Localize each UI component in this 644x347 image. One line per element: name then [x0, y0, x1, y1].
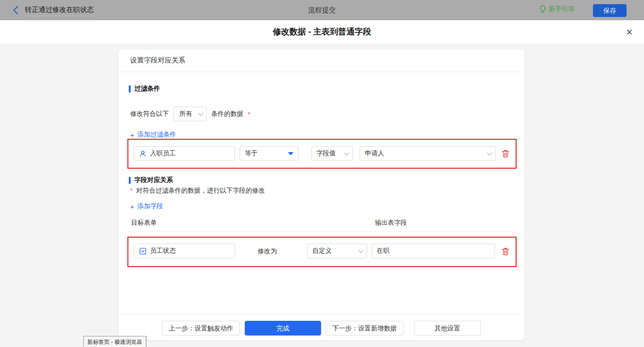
target-form-column-header: 目标表单: [131, 219, 157, 227]
trash-icon: [501, 247, 510, 256]
settings-card: 设置字段对应关系 过滤条件 修改符合以下 所有 条件的数据 * + 添加过滤条件: [119, 50, 524, 340]
divider: [119, 72, 524, 72]
close-icon[interactable]: ×: [623, 26, 636, 39]
mapping-section-title: 字段对应关系: [129, 176, 173, 184]
chevron-down-icon: [198, 111, 203, 116]
divider: [128, 231, 515, 232]
add-filter-condition-link[interactable]: + 添加过滤条件: [130, 131, 176, 139]
output-field-column-header: 输出表字段: [375, 219, 407, 227]
trash-icon: [501, 149, 510, 158]
target-field-input[interactable]: 员工状态: [134, 244, 235, 258]
value-type-select[interactable]: 字段值: [311, 146, 353, 161]
plus-icon: +: [130, 203, 134, 210]
chevron-down-icon: [487, 150, 492, 155]
filter-field-input[interactable]: 入职员工: [134, 146, 235, 161]
modal-title: 修改数据 - 主表到普通字段: [0, 20, 644, 44]
done-button[interactable]: 完成: [245, 321, 321, 336]
delete-mapping-row-button[interactable]: [501, 247, 510, 256]
newbie-guide-label: 新手引导: [549, 5, 575, 13]
person-icon: [139, 150, 147, 158]
required-mark: *: [248, 111, 250, 118]
save-button[interactable]: 保存: [593, 4, 627, 17]
section-accent-bar: [129, 177, 131, 184]
chevron-left-icon: [11, 5, 21, 15]
filter-field-value: 入职员工: [150, 149, 176, 158]
filter-section-title: 过滤条件: [129, 85, 160, 93]
filter-value-select[interactable]: 申请人: [360, 146, 496, 161]
modal-body: 设置字段对应关系 过滤条件 修改符合以下 所有 条件的数据 * + 添加过滤条件: [0, 44, 644, 347]
back-button[interactable]: [11, 5, 21, 15]
select-field-icon: [139, 247, 147, 255]
modify-type-select[interactable]: 自定义: [307, 244, 367, 258]
next-step-button[interactable]: 下一步：设置新增数据: [326, 321, 403, 336]
card-title: 设置字段对应关系: [130, 56, 185, 65]
modify-to-label: 修改为: [258, 244, 277, 258]
required-mark: *: [130, 186, 132, 195]
lightbulb-icon: [539, 5, 546, 13]
prev-step-button[interactable]: 上一步：设置触发动作: [162, 321, 240, 336]
condition-suffix-label: 条件的数据: [211, 110, 243, 118]
browser-status-tooltip: 新标签页 - 极速浏览器: [83, 336, 146, 347]
chevron-down-icon: [344, 150, 349, 155]
chevron-down-icon: [358, 248, 363, 253]
divider: [119, 314, 524, 314]
mapping-description: 对符合过滤条件的数据，进行以下字段的修改: [136, 186, 265, 195]
condition-row: 修改符合以下 所有 条件的数据 *: [130, 107, 250, 121]
newbie-guide-link[interactable]: 新手引导: [539, 5, 575, 13]
target-field-value: 员工状态: [150, 247, 176, 255]
section-accent-bar: [129, 85, 131, 92]
top-bar: 转正通过修改在职状态 流程提交 新手引导 保存: [0, 0, 644, 20]
modal-header: 修改数据 - 主表到普通字段 ×: [0, 20, 644, 44]
custom-value: 在职: [377, 247, 390, 255]
delete-filter-row-button[interactable]: [501, 149, 510, 158]
plus-icon: +: [130, 131, 134, 139]
page-title: 流程提交: [308, 6, 336, 15]
custom-value-input[interactable]: 在职: [372, 244, 495, 258]
flow-name-label[interactable]: 转正通过修改在职状态: [25, 6, 94, 16]
operator-select[interactable]: 等于: [240, 146, 299, 161]
add-field-link[interactable]: + 添加字段: [130, 202, 163, 210]
condition-prefix-label: 修改符合以下: [130, 110, 169, 118]
condition-mode-select[interactable]: 所有: [173, 107, 207, 121]
dropdown-arrow-icon: [288, 152, 293, 155]
other-settings-button[interactable]: 其他设置: [414, 321, 481, 336]
